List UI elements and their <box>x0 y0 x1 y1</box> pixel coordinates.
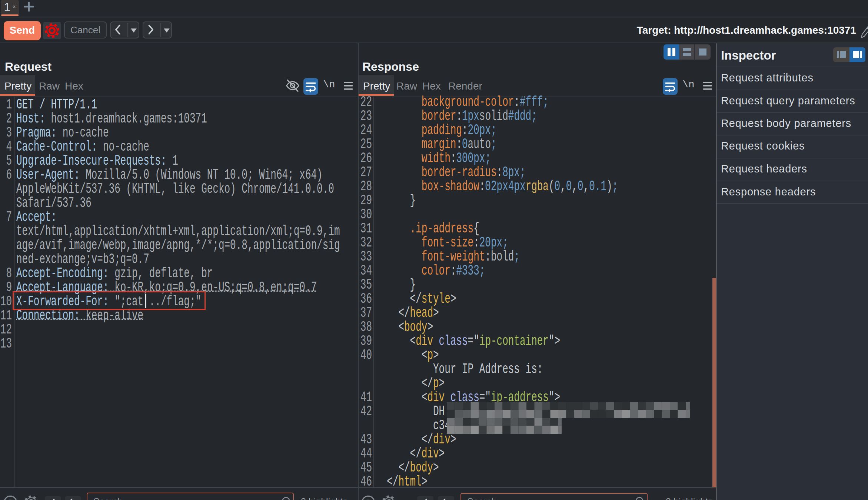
svg-text:?: ? <box>366 498 370 500</box>
